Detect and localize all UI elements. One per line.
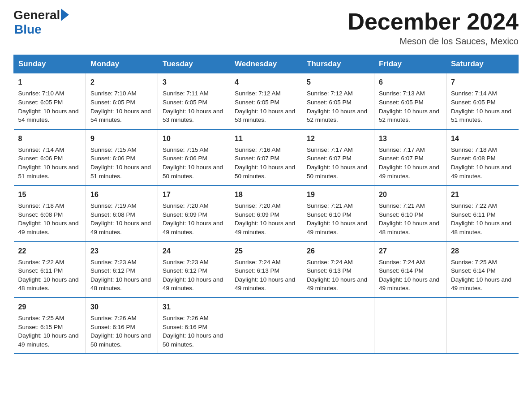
day-number: 22 bbox=[18, 246, 82, 256]
daylight-label: Daylight: 10 hours and 48 minutes. bbox=[18, 276, 79, 292]
calendar-day-cell bbox=[302, 298, 374, 354]
day-number: 16 bbox=[90, 189, 153, 200]
daylight-label: Daylight: 10 hours and 49 minutes. bbox=[307, 220, 367, 235]
calendar-day-cell: 10Sunrise: 7:15 AMSunset: 6:06 PMDayligh… bbox=[158, 129, 230, 185]
sunrise-label: Sunrise: 7:23 AM bbox=[163, 259, 209, 265]
day-number: 23 bbox=[90, 246, 153, 256]
sunrise-label: Sunrise: 7:15 AM bbox=[90, 146, 137, 153]
calendar-day-cell: 27Sunrise: 7:24 AMSunset: 6:14 PMDayligh… bbox=[374, 242, 446, 298]
day-number: 24 bbox=[163, 246, 225, 256]
day-number: 14 bbox=[451, 133, 514, 144]
day-number: 8 bbox=[18, 133, 82, 144]
sunset-label: Sunset: 6:12 PM bbox=[90, 267, 135, 274]
location: Meson de los Sauces, Mexico bbox=[348, 36, 519, 47]
sunrise-label: Sunrise: 7:12 AM bbox=[235, 90, 281, 97]
calendar-day-cell: 19Sunrise: 7:21 AMSunset: 6:10 PMDayligh… bbox=[302, 185, 374, 241]
sunset-label: Sunset: 6:07 PM bbox=[307, 155, 352, 162]
day-number: 3 bbox=[163, 77, 225, 87]
daylight-label: Daylight: 10 hours and 49 minutes. bbox=[18, 220, 79, 235]
calendar-day-cell: 11Sunrise: 7:16 AMSunset: 6:07 PMDayligh… bbox=[230, 129, 302, 185]
calendar-header-saturday: Saturday bbox=[446, 55, 519, 73]
daylight-label: Daylight: 10 hours and 49 minutes. bbox=[235, 276, 295, 292]
daylight-label: Daylight: 10 hours and 51 minutes. bbox=[451, 108, 511, 124]
sunset-label: Sunset: 6:13 PM bbox=[235, 267, 279, 274]
sunrise-label: Sunrise: 7:18 AM bbox=[18, 202, 64, 209]
sunrise-label: Sunrise: 7:24 AM bbox=[379, 259, 425, 265]
sunset-label: Sunset: 6:07 PM bbox=[379, 155, 424, 162]
sunrise-label: Sunrise: 7:26 AM bbox=[163, 315, 209, 321]
sunrise-label: Sunrise: 7:10 AM bbox=[18, 90, 64, 97]
calendar-day-cell: 3Sunrise: 7:11 AMSunset: 6:05 PMDaylight… bbox=[158, 73, 230, 129]
daylight-label: Daylight: 10 hours and 48 minutes. bbox=[379, 220, 439, 235]
calendar-header-monday: Monday bbox=[86, 55, 158, 73]
sunset-label: Sunset: 6:11 PM bbox=[451, 211, 496, 218]
day-number: 1 bbox=[18, 77, 82, 87]
sunset-label: Sunset: 6:12 PM bbox=[163, 267, 207, 274]
sunset-label: Sunset: 6:09 PM bbox=[163, 211, 207, 218]
day-number: 28 bbox=[451, 246, 514, 256]
day-number: 12 bbox=[307, 133, 369, 144]
daylight-label: Daylight: 10 hours and 54 minutes. bbox=[90, 108, 151, 124]
sunrise-label: Sunrise: 7:22 AM bbox=[18, 259, 64, 265]
daylight-label: Daylight: 10 hours and 52 minutes. bbox=[379, 108, 439, 124]
day-number: 2 bbox=[90, 77, 153, 87]
calendar-table: SundayMondayTuesdayWednesdayThursdayFrid… bbox=[13, 55, 519, 354]
calendar-header-thursday: Thursday bbox=[302, 55, 374, 73]
sunset-label: Sunset: 6:13 PM bbox=[307, 267, 352, 274]
sunset-label: Sunset: 6:05 PM bbox=[235, 99, 279, 106]
sunrise-label: Sunrise: 7:16 AM bbox=[235, 146, 281, 153]
daylight-label: Daylight: 10 hours and 49 minutes. bbox=[235, 220, 295, 235]
day-number: 26 bbox=[307, 246, 369, 256]
page-header: General Blue December 2024 Meson de los … bbox=[13, 9, 519, 47]
daylight-label: Daylight: 10 hours and 50 minutes. bbox=[90, 332, 151, 348]
logo-blue-text: Blue bbox=[13, 22, 42, 37]
daylight-label: Daylight: 10 hours and 50 minutes. bbox=[163, 332, 223, 348]
calendar-day-cell: 20Sunrise: 7:21 AMSunset: 6:10 PMDayligh… bbox=[374, 185, 446, 241]
sunset-label: Sunset: 6:05 PM bbox=[379, 99, 424, 106]
sunset-label: Sunset: 6:16 PM bbox=[163, 324, 207, 330]
daylight-label: Daylight: 10 hours and 48 minutes. bbox=[90, 276, 151, 292]
sunset-label: Sunset: 6:05 PM bbox=[18, 99, 63, 106]
sunset-label: Sunset: 6:06 PM bbox=[163, 155, 207, 162]
sunset-label: Sunset: 6:08 PM bbox=[90, 211, 135, 218]
sunrise-label: Sunrise: 7:14 AM bbox=[18, 146, 64, 153]
day-number: 25 bbox=[235, 246, 297, 256]
sunset-label: Sunset: 6:05 PM bbox=[163, 99, 207, 106]
daylight-label: Daylight: 10 hours and 51 minutes. bbox=[18, 164, 79, 180]
daylight-label: Daylight: 10 hours and 53 minutes. bbox=[163, 108, 223, 124]
calendar-day-cell: 13Sunrise: 7:17 AMSunset: 6:07 PMDayligh… bbox=[374, 129, 446, 185]
logo-general-text: General bbox=[13, 9, 60, 21]
daylight-label: Daylight: 10 hours and 49 minutes. bbox=[307, 276, 367, 292]
calendar-day-cell: 6Sunrise: 7:13 AMSunset: 6:05 PMDaylight… bbox=[374, 73, 446, 129]
calendar-day-cell: 30Sunrise: 7:26 AMSunset: 6:16 PMDayligh… bbox=[86, 298, 158, 354]
daylight-label: Daylight: 10 hours and 49 minutes. bbox=[451, 164, 511, 180]
calendar-header-row: SundayMondayTuesdayWednesdayThursdayFrid… bbox=[14, 55, 519, 73]
calendar-week-row: 22Sunrise: 7:22 AMSunset: 6:11 PMDayligh… bbox=[14, 242, 519, 298]
daylight-label: Daylight: 10 hours and 49 minutes. bbox=[90, 220, 151, 235]
calendar-day-cell: 5Sunrise: 7:12 AMSunset: 6:05 PMDaylight… bbox=[302, 73, 374, 129]
logo-arrow-icon bbox=[61, 9, 69, 21]
day-number: 7 bbox=[451, 77, 514, 87]
sunset-label: Sunset: 6:11 PM bbox=[18, 267, 63, 274]
calendar-header-sunday: Sunday bbox=[14, 55, 86, 73]
calendar-week-row: 29Sunrise: 7:25 AMSunset: 6:15 PMDayligh… bbox=[14, 298, 519, 354]
calendar-day-cell: 2Sunrise: 7:10 AMSunset: 6:05 PMDaylight… bbox=[86, 73, 158, 129]
sunrise-label: Sunrise: 7:17 AM bbox=[307, 146, 353, 153]
daylight-label: Daylight: 10 hours and 49 minutes. bbox=[379, 276, 439, 292]
sunrise-label: Sunrise: 7:18 AM bbox=[451, 146, 497, 153]
sunset-label: Sunset: 6:05 PM bbox=[307, 99, 352, 106]
daylight-label: Daylight: 10 hours and 54 minutes. bbox=[18, 108, 79, 124]
calendar-day-cell: 24Sunrise: 7:23 AMSunset: 6:12 PMDayligh… bbox=[158, 242, 230, 298]
calendar-day-cell: 17Sunrise: 7:20 AMSunset: 6:09 PMDayligh… bbox=[158, 185, 230, 241]
day-number: 18 bbox=[235, 189, 297, 200]
daylight-label: Daylight: 10 hours and 50 minutes. bbox=[235, 164, 295, 180]
month-title: December 2024 bbox=[348, 9, 519, 34]
day-number: 29 bbox=[18, 302, 82, 312]
sunrise-label: Sunrise: 7:26 AM bbox=[90, 315, 137, 321]
calendar-day-cell: 28Sunrise: 7:25 AMSunset: 6:14 PMDayligh… bbox=[446, 242, 519, 298]
sunrise-label: Sunrise: 7:20 AM bbox=[235, 202, 281, 209]
day-number: 15 bbox=[18, 189, 82, 200]
calendar-header-wednesday: Wednesday bbox=[230, 55, 302, 73]
daylight-label: Daylight: 10 hours and 52 minutes. bbox=[307, 108, 367, 124]
sunset-label: Sunset: 6:08 PM bbox=[451, 155, 496, 162]
